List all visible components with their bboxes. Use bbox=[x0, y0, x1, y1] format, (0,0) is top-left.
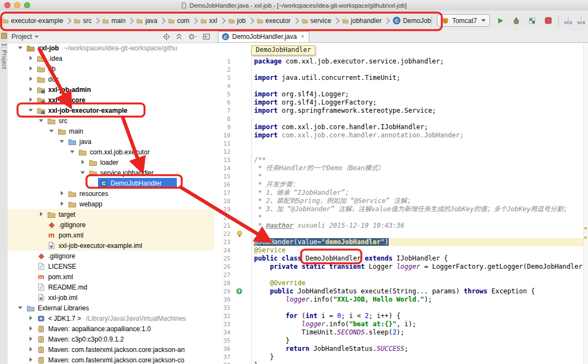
gutter[interactable] bbox=[232, 304, 252, 312]
breadcrumb-item-src[interactable]: src bbox=[72, 16, 93, 26]
override-marker-icon[interactable] bbox=[232, 287, 252, 296]
editor-scrollbar-stripe[interactable] bbox=[583, 43, 588, 364]
code-text[interactable]: import com.xxl.job.core.handler.annotati… bbox=[252, 131, 584, 140]
gutter[interactable] bbox=[232, 131, 252, 140]
breadcrumb-item-jobhandler[interactable]: jobhandler bbox=[341, 16, 383, 26]
tree-item-src[interactable]: src bbox=[8, 115, 214, 126]
gutter[interactable] bbox=[232, 205, 252, 213]
code-text[interactable] bbox=[252, 66, 584, 74]
code-text[interactable] bbox=[252, 82, 584, 90]
code-text[interactable]: * @author xuxueli 2015-12-19 19:43:36 bbox=[252, 222, 584, 230]
tree-item-xxl-job-executor-example[interactable]: xxl-job-executor-example bbox=[8, 105, 214, 115]
gutter[interactable] bbox=[232, 255, 252, 263]
tree-item-xxl-job-core[interactable]: xxl-job-core bbox=[8, 95, 214, 105]
stop-button[interactable] bbox=[543, 15, 554, 26]
tree-item-target[interactable]: target bbox=[8, 209, 214, 219]
breadcrumb-item-com[interactable]: com bbox=[166, 16, 191, 26]
chevron-collapsed-icon[interactable] bbox=[28, 346, 34, 353]
gutter[interactable] bbox=[232, 246, 252, 255]
chevron-collapsed-icon[interactable] bbox=[59, 190, 65, 197]
gutter[interactable] bbox=[232, 361, 252, 364]
breadcrumb-item-demojobhandler[interactable]: CDemoJobHandler bbox=[391, 15, 431, 26]
code-text[interactable]: @Service bbox=[252, 246, 584, 255]
tree-item-xxl-job-admin[interactable]: xxl-job-admin bbox=[8, 84, 214, 95]
code-text[interactable]: * 开发步骤： bbox=[252, 181, 584, 189]
code-text[interactable]: import org.slf4j.Logger; bbox=[252, 90, 584, 99]
tree-item-main[interactable]: main bbox=[8, 126, 214, 136]
code-text[interactable]: * bbox=[252, 213, 584, 222]
code-text[interactable]: @Override bbox=[252, 279, 584, 287]
gutter[interactable] bbox=[232, 148, 252, 156]
gutter[interactable] bbox=[232, 353, 252, 361]
gutter[interactable] bbox=[232, 213, 252, 222]
gutter[interactable] bbox=[232, 172, 252, 181]
chevron-expanded-icon[interactable] bbox=[59, 138, 65, 145]
code-text[interactable]: * 任务Handler的一个Demo（Bean模式） bbox=[252, 164, 584, 172]
run-button[interactable] bbox=[495, 15, 506, 26]
tree-item-loader[interactable]: loader bbox=[8, 157, 214, 167]
code-text[interactable]: package com.xxl.job.executor.service.job… bbox=[252, 57, 584, 66]
hide-panel-icon[interactable] bbox=[203, 33, 210, 41]
chevron-collapsed-icon[interactable] bbox=[59, 201, 65, 207]
chevron-collapsed-icon[interactable] bbox=[28, 55, 34, 61]
tree-item-maven-aopalliance-aopalliance-1-0[interactable]: Maven: aopalliance:aopalliance:1.0 bbox=[8, 323, 214, 334]
breadcrumb-item-main[interactable]: main bbox=[101, 16, 127, 26]
code-text[interactable]: import org.slf4j.LoggerFactory; bbox=[252, 99, 584, 107]
code-text[interactable] bbox=[252, 304, 584, 312]
breadcrumb-item-executor[interactable]: executor bbox=[255, 16, 292, 26]
gutter[interactable] bbox=[232, 279, 252, 287]
code-pane[interactable]: DemoJobHandler 1package com.xxl.job.exec… bbox=[214, 43, 588, 364]
code-text[interactable]: @JobHander(value="demoJobHandler") bbox=[252, 238, 584, 246]
code-text[interactable]: * 1、继承 “IJobHandler”； bbox=[252, 189, 584, 197]
gutter[interactable] bbox=[232, 99, 252, 107]
code-text[interactable]: logger.info("XXL-JOB, Hello World."); bbox=[252, 296, 584, 304]
breadcrumb-item-service[interactable]: service bbox=[300, 16, 333, 26]
gutter[interactable] bbox=[232, 107, 252, 115]
code-text[interactable]: } bbox=[252, 337, 584, 345]
code-text[interactable]: import java.util.concurrent.TimeUnit; bbox=[252, 74, 584, 82]
tree-item-maven-c3p0-c3p0-0-9-1-2[interactable]: Maven: c3p0:c3p0:0.9.1.2 bbox=[8, 334, 214, 344]
gutter[interactable] bbox=[232, 115, 252, 123]
gutter[interactable] bbox=[232, 263, 252, 271]
code-text[interactable]: } bbox=[252, 353, 584, 361]
tree-item--idea[interactable]: .idea bbox=[8, 53, 214, 63]
chevron-collapsed-icon[interactable] bbox=[28, 326, 34, 332]
gutter[interactable] bbox=[232, 181, 252, 189]
tree-item-pom-xml[interactable]: mpom.xml bbox=[8, 271, 214, 282]
gutter[interactable] bbox=[232, 164, 252, 172]
project-tool-window-button[interactable]: 1: Project bbox=[1, 43, 7, 69]
project-view-dropdown[interactable]: Project bbox=[11, 33, 32, 41]
gear-icon[interactable] bbox=[188, 33, 198, 41]
gutter[interactable] bbox=[232, 271, 252, 279]
chevron-expanded-icon[interactable] bbox=[18, 305, 24, 311]
gutter[interactable] bbox=[232, 312, 252, 320]
tree-item-readme-md[interactable]: README.md bbox=[8, 282, 214, 292]
code-text[interactable]: /** bbox=[252, 156, 584, 164]
tree-item-xxl-job[interactable]: xxl-job~/workspaces/idea-git-workspace/g… bbox=[8, 43, 214, 53]
tree-item-external-libraries[interactable]: External Libraries bbox=[8, 303, 214, 313]
tree-item-license[interactable]: LICENSE bbox=[8, 261, 214, 271]
coverage-button[interactable] bbox=[527, 15, 538, 26]
code-text[interactable]: * 2、装配到Spring，例如加 “@Service” 注解； bbox=[252, 197, 584, 205]
tree-item-service-jobhandler[interactable]: service.jobhandler bbox=[8, 167, 214, 178]
chevron-collapsed-icon[interactable] bbox=[28, 357, 34, 363]
tree-item-java[interactable]: java bbox=[8, 136, 214, 147]
chevron-collapsed-icon[interactable] bbox=[38, 211, 44, 217]
chevron-expanded-icon[interactable] bbox=[80, 170, 86, 176]
close-tab-icon[interactable]: × bbox=[301, 33, 304, 40]
gutter[interactable] bbox=[232, 320, 252, 328]
editor-tab[interactable]: C DemoJobHandler.java × bbox=[218, 31, 309, 42]
gutter[interactable] bbox=[232, 328, 252, 337]
vcs-commit-button[interactable]: ↑ VCS bbox=[577, 16, 585, 25]
zoom-window-button[interactable] bbox=[24, 2, 30, 8]
tree-item--gitignore[interactable]: .gitignore bbox=[8, 251, 214, 261]
chevron-expanded-icon[interactable] bbox=[38, 118, 44, 124]
chevron-collapsed-icon[interactable] bbox=[28, 336, 34, 342]
tree-item-maven-com-fasterxml-jackson-core-jackson-co[interactable]: Maven: com.fasterxml.jackson.core:jackso… bbox=[8, 355, 214, 364]
gutter[interactable] bbox=[232, 82, 252, 90]
code-text[interactable]: public JobHandleStatus execute(String...… bbox=[252, 287, 584, 296]
tree-item--gitignore[interactable]: .gitignore bbox=[8, 219, 214, 230]
gutter[interactable] bbox=[232, 337, 252, 345]
close-window-button[interactable] bbox=[4, 2, 10, 8]
gutter[interactable] bbox=[232, 74, 252, 82]
